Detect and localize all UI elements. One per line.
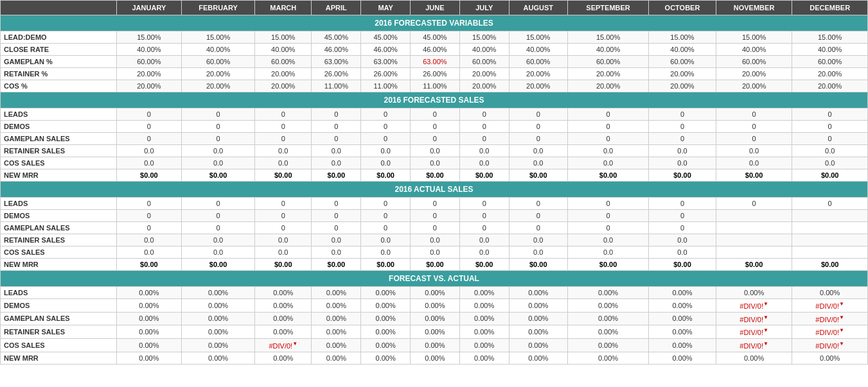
cell[interactable]: #DIV/0!▼: [792, 338, 868, 352]
cell[interactable]: #DIV/0!▼: [792, 325, 868, 339]
cell[interactable]: 0.00%: [116, 352, 181, 364]
cell[interactable]: 0.00%: [255, 352, 312, 364]
cell[interactable]: 60.00%: [182, 56, 255, 68]
cell[interactable]: 0: [182, 121, 255, 133]
cell[interactable]: $0.00: [312, 259, 361, 271]
cell[interactable]: 20.00%: [792, 68, 868, 80]
cell[interactable]: 40.00%: [182, 44, 255, 56]
cell[interactable]: 60.00%: [255, 56, 312, 68]
cell[interactable]: 0: [567, 108, 648, 121]
cell[interactable]: 40.00%: [716, 44, 792, 56]
cell[interactable]: 0: [792, 121, 868, 133]
cell[interactable]: 60.00%: [509, 56, 567, 68]
cell[interactable]: 0.00%: [312, 338, 361, 352]
cell[interactable]: 11.00%: [312, 80, 361, 92]
cell[interactable]: 0.00%: [567, 287, 648, 299]
cell[interactable]: 0.0: [255, 157, 312, 169]
cell[interactable]: 0.00%: [649, 325, 716, 339]
cell[interactable]: 0: [361, 133, 411, 145]
cell[interactable]: 0.00%: [716, 352, 792, 364]
cell[interactable]: 40.00%: [649, 44, 716, 56]
cell[interactable]: 0.0: [361, 246, 411, 259]
cell[interactable]: 40.00%: [116, 44, 181, 56]
cell[interactable]: 0.0: [411, 234, 460, 246]
cell[interactable]: 0.00%: [411, 325, 460, 339]
cell[interactable]: 0: [312, 222, 361, 234]
cell[interactable]: [716, 234, 792, 246]
cell[interactable]: 0: [792, 133, 868, 145]
cell[interactable]: 0: [411, 108, 460, 121]
cell[interactable]: [792, 246, 868, 259]
cell[interactable]: $0.00: [361, 259, 411, 271]
cell[interactable]: 0: [567, 210, 648, 222]
cell[interactable]: $0.00: [116, 169, 181, 182]
cell[interactable]: 0.00%: [509, 325, 567, 339]
cell[interactable]: 0: [509, 121, 567, 133]
cell[interactable]: 0: [182, 108, 255, 121]
cell[interactable]: 60.00%: [792, 56, 868, 68]
cell[interactable]: 60.00%: [716, 56, 792, 68]
cell[interactable]: 26.00%: [312, 68, 361, 80]
cell[interactable]: 0.00%: [255, 312, 312, 325]
cell[interactable]: $0.00: [567, 259, 648, 271]
cell[interactable]: 15.00%: [567, 31, 648, 44]
cell[interactable]: 0.0: [716, 157, 792, 169]
cell[interactable]: 15.00%: [509, 31, 567, 44]
cell[interactable]: 0: [716, 121, 792, 133]
cell[interactable]: $0.00: [567, 169, 648, 182]
cell[interactable]: [792, 210, 868, 222]
cell[interactable]: 20.00%: [716, 68, 792, 80]
cell[interactable]: $0.00: [411, 259, 460, 271]
cell[interactable]: 0.00%: [649, 312, 716, 325]
cell[interactable]: 0: [116, 121, 181, 133]
cell[interactable]: #DIV/0!▼: [255, 338, 312, 352]
cell[interactable]: $0.00: [792, 259, 868, 271]
cell[interactable]: 0.00%: [716, 287, 792, 299]
cell[interactable]: 0.0: [649, 145, 716, 157]
cell[interactable]: 15.00%: [792, 31, 868, 44]
cell[interactable]: 0.0: [116, 157, 181, 169]
cell[interactable]: [716, 222, 792, 234]
cell[interactable]: 0: [411, 121, 460, 133]
cell[interactable]: 20.00%: [567, 80, 648, 92]
cell[interactable]: 0.00%: [116, 312, 181, 325]
cell[interactable]: 0.00%: [459, 325, 509, 339]
cell[interactable]: 0.0: [361, 234, 411, 246]
cell[interactable]: 0: [649, 210, 716, 222]
cell[interactable]: 0.0: [459, 234, 509, 246]
cell[interactable]: 0.00%: [255, 325, 312, 339]
cell[interactable]: 0: [361, 210, 411, 222]
cell[interactable]: 0.00%: [567, 312, 648, 325]
cell[interactable]: 0.0: [312, 246, 361, 259]
cell[interactable]: 0.0: [182, 246, 255, 259]
cell[interactable]: $0.00: [649, 259, 716, 271]
cell[interactable]: [792, 222, 868, 234]
cell[interactable]: 0: [255, 198, 312, 210]
cell[interactable]: 0: [509, 108, 567, 121]
cell[interactable]: 15.00%: [255, 31, 312, 44]
cell[interactable]: 0: [312, 133, 361, 145]
cell[interactable]: 0: [312, 121, 361, 133]
cell[interactable]: $0.00: [716, 259, 792, 271]
cell[interactable]: 0.0: [411, 145, 460, 157]
cell[interactable]: 0.00%: [509, 312, 567, 325]
cell[interactable]: 0.0: [509, 145, 567, 157]
cell[interactable]: 0: [116, 133, 181, 145]
cell[interactable]: 0: [459, 222, 509, 234]
cell[interactable]: 0.0: [509, 234, 567, 246]
cell[interactable]: 15.00%: [182, 31, 255, 44]
cell[interactable]: #DIV/0!▼: [792, 312, 868, 325]
cell[interactable]: 0.00%: [361, 325, 411, 339]
cell[interactable]: 0: [459, 108, 509, 121]
cell[interactable]: 0.00%: [116, 325, 181, 339]
cell[interactable]: 0.00%: [182, 338, 255, 352]
cell[interactable]: 0: [182, 210, 255, 222]
cell[interactable]: $0.00: [509, 169, 567, 182]
cell[interactable]: 0: [459, 133, 509, 145]
cell[interactable]: 0.0: [182, 145, 255, 157]
cell[interactable]: 0: [459, 198, 509, 210]
cell[interactable]: $0.00: [182, 169, 255, 182]
cell[interactable]: 0.00%: [312, 325, 361, 339]
cell[interactable]: 0.0: [255, 246, 312, 259]
cell[interactable]: 0.00%: [459, 299, 509, 313]
